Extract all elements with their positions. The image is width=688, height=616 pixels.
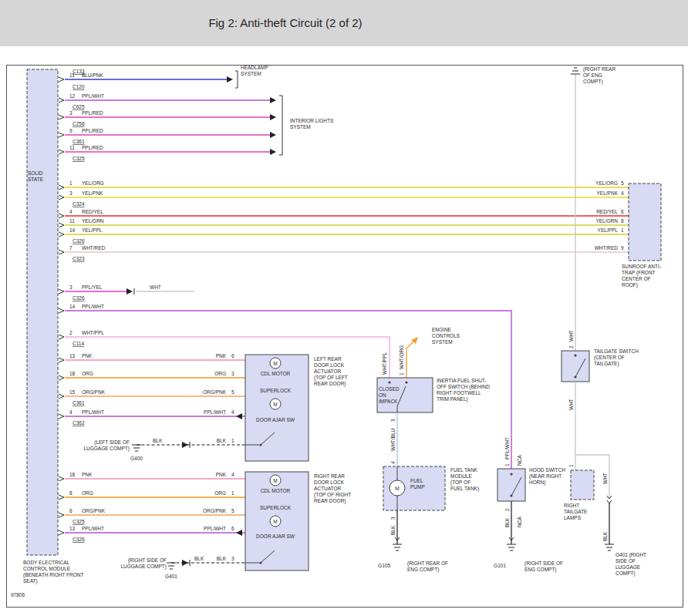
pin-number: 1 — [568, 464, 574, 467]
ground-label: G101 — [494, 563, 506, 568]
connector-label: C361 — [73, 400, 85, 406]
pin-number: 1 — [231, 438, 234, 443]
bcm-module-box — [27, 69, 58, 555]
pin-number: 2 — [568, 345, 574, 348]
bcm-module — [27, 69, 64, 555]
pin-number: 4 — [621, 190, 624, 196]
wire-color-label: ORG/PNK — [203, 389, 227, 395]
switch-terminal — [574, 354, 576, 356]
diagram-frame — [7, 66, 683, 608]
pin-number: 9 — [621, 245, 624, 251]
pin-number: 5 — [231, 508, 234, 513]
wire-color-label: BLK — [217, 556, 227, 561]
sunroof-module-box — [629, 183, 661, 261]
pin-number: 13 — [69, 353, 76, 358]
wire-color-label: BLU/PNK — [82, 72, 103, 78]
wire-color-label: PPL/WHT — [504, 437, 510, 459]
pin-number: 9 — [69, 128, 73, 133]
diagram-canvas: C133 11 BLU/PNK C120 12 PPL/WHT C625 3 P… — [0, 0, 688, 616]
switch-terminal — [388, 381, 390, 383]
sunroof-circuit: 1 YEL/ORG YEL/ORG 5 3 YEL/PNK YEL/PNK 4 … — [65, 180, 661, 261]
engine-controls-system-label: ENGINE CONTROLS SYSTEM — [432, 327, 480, 345]
g105-note: (RIGHT REAR OF ENG COMPT) — [407, 560, 455, 573]
tailgate-lamps-box — [571, 470, 594, 500]
pin-number: 4 — [69, 209, 73, 214]
wire-color-label: WHT/PPL — [82, 330, 104, 335]
arrowhead-left — [236, 530, 242, 536]
connector-label: C258 — [73, 121, 85, 126]
pin-number: 1 — [399, 372, 404, 375]
pin-number: 4 — [231, 472, 234, 477]
wire-color-label: YEL/PNK — [82, 190, 103, 196]
wire-color-label: ORG — [214, 490, 226, 496]
wire-color-label: ORG/PNK — [82, 389, 106, 395]
wire-color-label: PPL/RED — [82, 128, 103, 133]
wiring-diagram-page: Fig 2: Anti-theft Circuit (2 of 2) C133 … — [0, 0, 688, 616]
pin-number: 3 — [231, 556, 234, 561]
ground-symbol — [132, 445, 141, 451]
tailgate-switch-caption: TAILGATE SWITCH (CENTER OF TAILGATE) — [594, 348, 639, 367]
pin-number: 18 — [69, 472, 76, 477]
bcm-caption: BODY ELECTRICAL CONTROL MODULE (BENEATH … — [23, 560, 85, 584]
module-pin-chevrons — [59, 77, 64, 535]
pin-number: 15 — [69, 389, 76, 395]
tailgate-top-note: (RIGHT REAR OF ENG COMPT) — [583, 66, 622, 85]
pin-number: 14 — [69, 227, 76, 233]
pin-number: 5 — [231, 389, 234, 395]
wire-color-label: PPL/WHT — [204, 409, 226, 415]
wire-color-label: PPL/WHT — [82, 304, 104, 309]
wire-color-label: WHT — [568, 330, 574, 342]
splice-row: 3 PPL/YEL WHT C326 — [65, 284, 194, 301]
ground-symbol — [167, 563, 176, 569]
pin-number: 3 — [69, 284, 73, 290]
motor-m: M — [273, 402, 277, 407]
pin-number: 13 — [69, 526, 76, 531]
pin-number: 1 — [621, 227, 624, 233]
wire-color-label: PPL/WHT — [82, 409, 104, 415]
wire-color-label: BLK — [602, 531, 608, 541]
right-door-caption: RIGHT REAR DOOR LOCK ACTUATOR (TOP OF RI… — [314, 473, 354, 504]
wire-color-label: PNK — [82, 353, 93, 358]
pin-number: 18 — [69, 371, 76, 376]
arrowhead — [270, 114, 276, 120]
interior-lights-circuit: 12 PPL/WHT C625 3 PPL/RED C258 9 PPL/RED… — [65, 93, 282, 161]
connector-label: C361 — [73, 139, 85, 144]
wire-color-label: WHT/RED — [82, 245, 106, 251]
wire-color-label: BLK — [153, 438, 163, 443]
wire-color-label: PPL/RED — [82, 110, 103, 116]
wire-color-label: YEL/ORG — [82, 180, 104, 186]
motor-m: M — [273, 519, 277, 524]
ground-label: G401 — [165, 574, 177, 579]
inertia-box-label: CLOSED ON IMPACK — [379, 386, 405, 405]
pin-number: 6 — [231, 526, 234, 531]
motor-m: M — [395, 486, 399, 491]
wire-color-label: PPL/WHT — [82, 526, 104, 531]
right-luggage-note: (RIGHT SIDE OF LUGGAGE COMPT) — [113, 557, 167, 570]
pin-number: 11 — [69, 218, 75, 224]
ground-symbol — [393, 544, 402, 550]
wire-color-label: YEL/ORG — [595, 180, 618, 186]
hood-switch: NCA 1 PPL/WHT 2 BLK NCA G101 — [494, 437, 525, 568]
wire-color-label: ORG/PNK — [203, 508, 227, 513]
wire-wht-org — [406, 341, 414, 378]
connector-label: C114 — [73, 341, 84, 346]
tailgate-circuit: WHT 2 WHT 1 WHT BLK — [562, 68, 614, 550]
wire-color-label: BLK — [194, 556, 204, 561]
cdl-motor-label: CDL MOTOR — [261, 371, 291, 376]
pin-number: 5 — [621, 180, 624, 186]
sunroof-caption: SUNROOF ANTI-TRAP (FRONT CENTER OF ROOF) — [622, 264, 666, 288]
door-ajar-label: DOOR AJAR SW — [256, 534, 295, 539]
wire-color-label: BLK — [390, 525, 396, 535]
pin-number: 4 — [69, 409, 73, 415]
pin-number: 3 — [231, 371, 234, 376]
pin-number: 1 — [504, 463, 510, 466]
wire-color-label: YEL/GRN — [82, 218, 104, 224]
pin-number: 6 — [231, 353, 234, 358]
wire-color-label: ORG — [82, 371, 93, 376]
g401-branch-caption: G401 (RIGHT SIDE OF LUGGAGE COMPT) — [615, 552, 657, 577]
ground-label: G400 — [130, 456, 143, 461]
wire-color-label: WHT/RED — [595, 245, 619, 251]
arrowhead — [270, 132, 276, 138]
pin-number: 6 — [69, 508, 73, 513]
ground-symbol — [605, 544, 614, 550]
